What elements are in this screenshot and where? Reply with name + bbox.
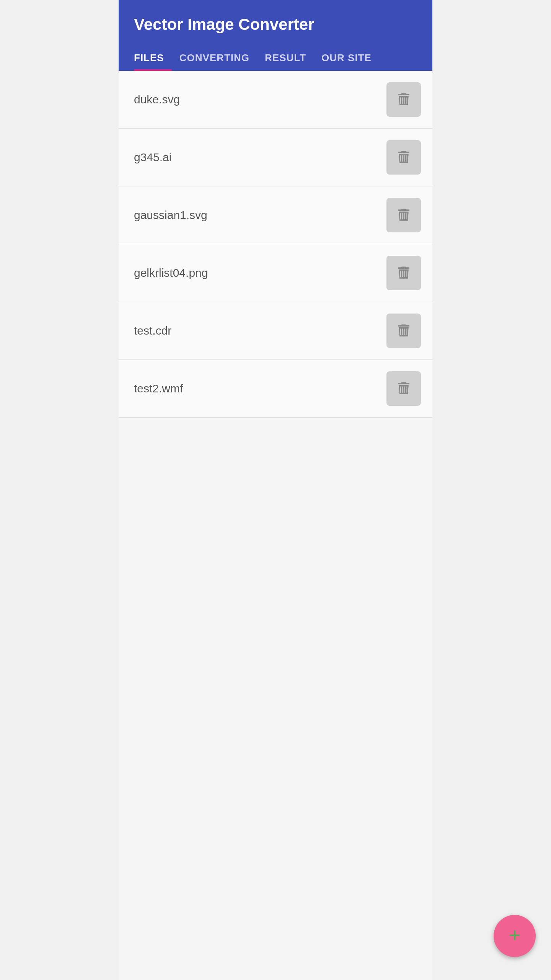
delete-file-button[interactable] — [386, 198, 421, 232]
delete-file-button[interactable] — [386, 140, 421, 175]
app-header: Vector Image Converter FILES CONVERTING … — [119, 0, 432, 71]
delete-file-button[interactable] — [386, 314, 421, 348]
tab-bar: FILES CONVERTING RESULT OUR SITE — [134, 45, 417, 71]
tab-result[interactable]: RESULT — [257, 45, 314, 71]
file-name: test.cdr — [134, 324, 171, 337]
file-name: gelkrlist04.png — [134, 266, 208, 279]
list-item: g345.ai — [119, 129, 432, 186]
file-name: g345.ai — [134, 151, 171, 164]
trash-icon — [395, 91, 412, 108]
list-item: test2.wmf — [119, 360, 432, 418]
list-item: gelkrlist04.png — [119, 244, 432, 302]
list-item: gaussian1.svg — [119, 186, 432, 244]
list-item: test.cdr — [119, 302, 432, 360]
tab-files[interactable]: FILES — [134, 45, 172, 71]
trash-icon — [395, 207, 412, 224]
trash-icon — [395, 265, 412, 281]
delete-file-button[interactable] — [386, 371, 421, 406]
delete-file-button[interactable] — [386, 82, 421, 117]
file-name: gaussian1.svg — [134, 209, 207, 222]
file-name: duke.svg — [134, 93, 180, 106]
delete-file-button[interactable] — [386, 256, 421, 290]
trash-icon — [395, 380, 412, 397]
file-name: test2.wmf — [134, 382, 183, 395]
file-list: duke.svg g345.ai gaussian1.svg gelkrlist… — [119, 71, 432, 980]
tab-our-site[interactable]: OUR SITE — [314, 45, 379, 71]
app-title: Vector Image Converter — [134, 15, 417, 45]
trash-icon — [395, 149, 412, 166]
list-item: duke.svg — [119, 71, 432, 129]
tab-converting[interactable]: CONVERTING — [172, 45, 257, 71]
trash-icon — [395, 322, 412, 339]
